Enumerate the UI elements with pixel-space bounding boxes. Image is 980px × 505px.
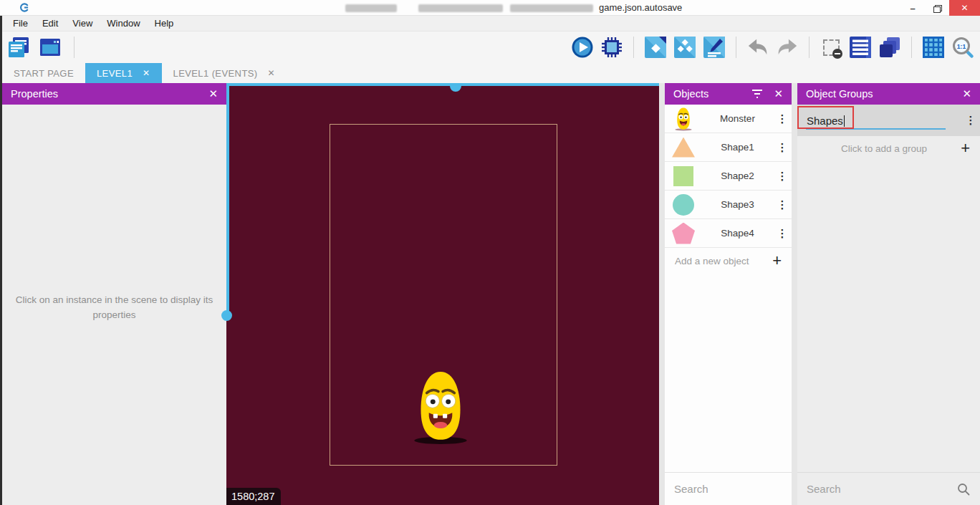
- toolbar-divider: [911, 37, 912, 58]
- tab-label: LEVEL1 (EVENTS): [173, 68, 258, 79]
- add-object-row[interactable]: Add a new object +: [665, 248, 792, 274]
- cursor-coordinates: 1580;287: [226, 488, 281, 505]
- menu-window[interactable]: Window: [100, 18, 147, 29]
- object-name: Shape2: [702, 170, 773, 181]
- tab-label: START PAGE: [14, 68, 74, 79]
- group-menu-icon[interactable]: ⋮: [961, 114, 980, 127]
- objects-list-icon[interactable]: [673, 36, 696, 59]
- scene-editor-icon[interactable]: [39, 36, 62, 59]
- panel-title: Object Groups: [806, 88, 873, 100]
- panel-title: Properties: [11, 88, 58, 100]
- groups-search-row: [797, 472, 980, 505]
- mask-instances-icon[interactable]: [820, 36, 842, 59]
- project-manager-icon[interactable]: [7, 36, 30, 59]
- plus-icon[interactable]: +: [772, 253, 782, 269]
- gdevelop-logo: [19, 2, 29, 16]
- tutorial-highlight-annotation: [797, 106, 854, 129]
- redacted-title-segment: [345, 4, 397, 12]
- edit-scene-properties-icon[interactable]: [703, 36, 726, 59]
- gdevelop-window: game.json.autosave – ✕ File Edit View Wi…: [0, 0, 980, 505]
- objects-search-input[interactable]: [674, 483, 817, 495]
- top-splitter-handle[interactable]: [450, 86, 461, 92]
- redacted-title-segment: [510, 4, 593, 12]
- window-title: game.json.autosave: [599, 2, 682, 13]
- tab-start-page[interactable]: START PAGE: [2, 63, 85, 83]
- close-panel-icon[interactable]: ✕: [208, 87, 218, 100]
- circle-shape-icon: [673, 194, 694, 216]
- objects-panel: Objects ✕: [665, 83, 792, 505]
- object-row-shape2[interactable]: Shape2 ⋮: [665, 162, 792, 191]
- groups-search-input[interactable]: [807, 483, 956, 495]
- tab-close-icon[interactable]: ✕: [268, 68, 275, 78]
- redo-icon[interactable]: [776, 36, 799, 59]
- object-name: Shape3: [702, 199, 773, 210]
- top-splitter-line[interactable]: [226, 83, 659, 86]
- toolbar-divider: [74, 37, 75, 58]
- toolbar-divider: [809, 37, 810, 58]
- triangle-shape-icon: [672, 138, 695, 158]
- object-menu-icon[interactable]: ⋮: [773, 198, 792, 211]
- toolbar-divider: [633, 37, 634, 58]
- minimize-button[interactable]: –: [900, 0, 925, 16]
- menu-help[interactable]: Help: [148, 18, 181, 29]
- object-groups-panel: Object Groups ✕ Shapes ⋮ Click to add a …: [797, 83, 980, 505]
- filter-icon[interactable]: [751, 89, 764, 99]
- plus-icon[interactable]: +: [961, 140, 970, 156]
- tab-close-icon[interactable]: ✕: [143, 68, 150, 78]
- panel-title: Objects: [673, 88, 708, 100]
- redacted-title-segment: [418, 4, 503, 12]
- scene-canvas[interactable]: 1580;287: [226, 83, 659, 505]
- objects-panel-header: Objects ✕: [665, 83, 792, 105]
- properties-panel-header: Properties ✕: [2, 83, 226, 105]
- menu-bar: File Edit View Window Help: [0, 16, 980, 32]
- grid-icon[interactable]: [922, 36, 945, 59]
- tab-level1[interactable]: LEVEL1 ✕: [85, 63, 162, 83]
- monster-instance[interactable]: [410, 369, 471, 448]
- close-button[interactable]: ✕: [949, 0, 980, 16]
- object-menu-icon[interactable]: ⋮: [773, 227, 792, 240]
- add-object-icon[interactable]: [644, 36, 667, 59]
- close-panel-icon[interactable]: ✕: [774, 87, 783, 100]
- object-groups-panel-header: Object Groups ✕: [797, 83, 980, 105]
- properties-panel: Properties ✕ Click on an instance in the…: [2, 83, 226, 505]
- layers-list-icon[interactable]: [849, 36, 872, 59]
- menu-view[interactable]: View: [65, 18, 100, 29]
- left-splitter-line[interactable]: [226, 83, 229, 315]
- add-group-hint: Click to add a group: [807, 143, 961, 154]
- pentagon-shape-icon: [672, 223, 695, 244]
- window-left-edge: [0, 16, 2, 505]
- close-panel-icon[interactable]: ✕: [962, 87, 971, 100]
- object-name: Shape1: [702, 142, 773, 153]
- object-menu-icon[interactable]: ⋮: [773, 170, 792, 183]
- objects-search-row: [665, 472, 792, 505]
- object-menu-icon[interactable]: ⋮: [773, 141, 792, 154]
- left-splitter-handle[interactable]: [221, 310, 232, 321]
- group-name-row[interactable]: Shapes ⋮: [797, 105, 980, 136]
- undo-icon[interactable]: [746, 36, 769, 59]
- object-row-monster[interactable]: Monster ⋮: [665, 105, 792, 133]
- toolbar-divider: [736, 37, 736, 58]
- restore-button[interactable]: [925, 0, 949, 16]
- object-row-shape1[interactable]: Shape1 ⋮: [665, 133, 792, 162]
- monster-thumbnail: [665, 107, 702, 131]
- layers-icon[interactable]: [878, 36, 901, 59]
- menu-file[interactable]: File: [6, 18, 35, 29]
- add-object-label: Add a new object: [675, 256, 772, 266]
- tab-level1-events[interactable]: LEVEL1 (EVENTS) ✕: [162, 63, 287, 83]
- debug-icon[interactable]: [600, 36, 623, 59]
- object-name: Shape4: [702, 228, 773, 239]
- tab-bar: START PAGE LEVEL1 ✕ LEVEL1 (EVENTS) ✕: [0, 63, 980, 83]
- zoom-1-1-icon[interactable]: 1:1: [951, 36, 974, 59]
- toolbar: 1:1: [0, 32, 980, 63]
- object-row-shape4[interactable]: Shape4 ⋮: [665, 219, 792, 248]
- add-group-row[interactable]: Click to add a group +: [797, 136, 980, 160]
- preview-play-icon[interactable]: [571, 36, 594, 59]
- restore-icon: [933, 5, 941, 11]
- object-menu-icon[interactable]: ⋮: [773, 112, 792, 125]
- tab-label: LEVEL1: [97, 68, 133, 79]
- search-icon[interactable]: [956, 482, 971, 496]
- object-row-shape3[interactable]: Shape3 ⋮: [665, 191, 792, 219]
- svg-text:1:1: 1:1: [957, 43, 966, 50]
- menu-edit[interactable]: Edit: [35, 18, 65, 29]
- square-shape-icon: [673, 166, 693, 186]
